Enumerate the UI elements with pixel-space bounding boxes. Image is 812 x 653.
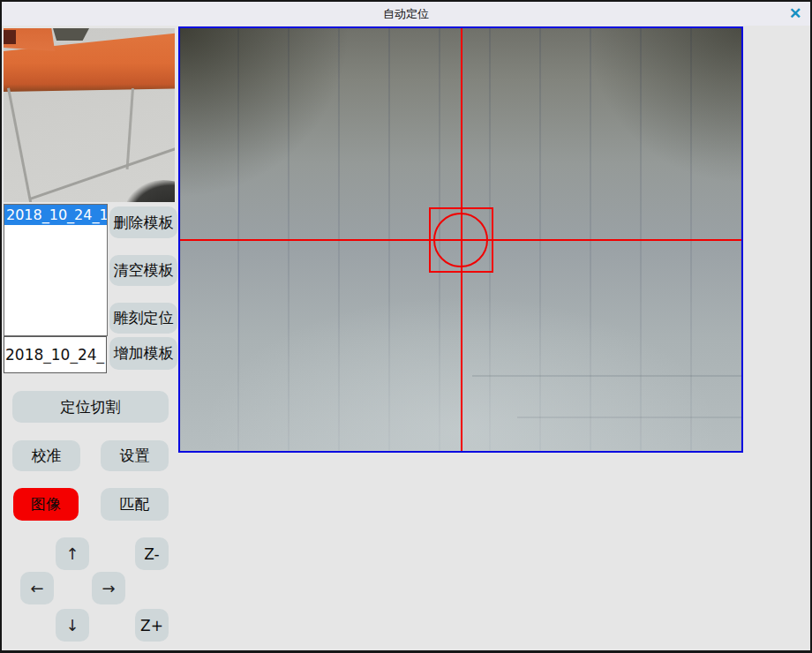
thumbnail-tile-line [126,88,134,169]
close-icon[interactable]: ✕ [786,4,805,24]
thumbnail-tile-line [7,87,32,202]
position-cut-button[interactable]: 定位切割 [12,391,169,423]
arrow-right-icon: → [102,579,115,597]
jog-left-button[interactable]: ← [20,572,54,604]
arrow-up-icon: ↑ [65,544,79,563]
clear-templates-button[interactable]: 清空模板 [109,255,177,286]
engrave-position-button[interactable]: 雕刻定位 [109,303,177,334]
title-bar: 自动定位 ✕ [2,2,810,26]
jog-down-button[interactable]: ↓ [56,609,89,642]
camera-view[interactable] [178,26,743,453]
settings-button[interactable]: 设置 [101,440,169,471]
jog-up-button[interactable]: ↑ [56,537,89,570]
template-list[interactable]: 2018_10_24_11 [4,204,108,336]
match-button[interactable]: 匹配 [101,488,169,521]
arrow-down-icon: ↓ [65,616,79,634]
thumbnail-dark-object [125,180,175,202]
calibrate-button[interactable]: 校准 [12,440,80,471]
thumbnail-dark-corner [4,30,16,44]
dialog-title: 自动定位 [2,2,810,26]
auto-position-dialog: 自动定位 ✕ 2018_10_24_11 删除模板 清空模板 雕刻定位 增加模板… [0,0,812,653]
template-list-item[interactable]: 2018_10_24_11 [4,205,107,225]
jog-z-plus-button[interactable]: Z+ [135,609,169,642]
add-template-button[interactable]: 增加模板 [109,337,177,370]
target-circle-overlay [433,213,488,267]
camera-image [180,28,741,451]
thumbnail-dark-notch [53,28,89,41]
image-button[interactable]: 图像 [13,488,79,521]
template-thumbnail-image [4,28,175,202]
template-name-input[interactable] [4,336,107,373]
jog-z-minus-button[interactable]: Z- [135,537,169,570]
jog-right-button[interactable]: → [92,572,125,604]
camera-image-tile-line [472,375,741,377]
arrow-left-icon: ← [30,579,43,597]
delete-template-button[interactable]: 删除模板 [109,206,177,238]
camera-image-tile-line [517,417,741,418]
